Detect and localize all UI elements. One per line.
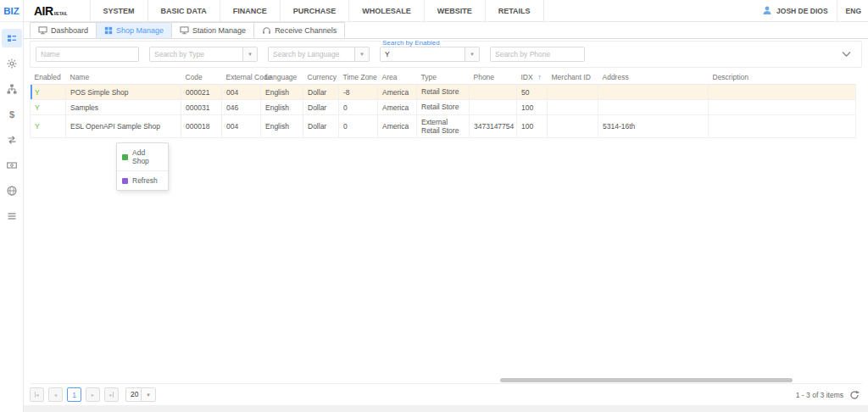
name-search-input[interactable] — [36, 47, 139, 62]
cell-type: Retail Store — [417, 85, 470, 100]
horizontal-scrollbar-thumb[interactable] — [500, 378, 793, 382]
sitemap-icon[interactable] — [2, 80, 22, 98]
dollar-icon[interactable]: $ — [2, 105, 22, 124]
cell-enabled: Y — [31, 85, 66, 100]
page-number-button[interactable]: 1 — [67, 387, 81, 402]
menu-item-label: Add Shop — [132, 148, 163, 165]
nav-item-purchase[interactable]: PURCHASE — [281, 0, 350, 22]
top-nav: SYSTEMBASIC DATAFINANCEPURCHASEWHOLESALE… — [90, 0, 544, 22]
cell-idx: 100 — [517, 115, 548, 138]
column-label: Area — [382, 73, 398, 81]
column-label: Language — [265, 73, 298, 81]
refresh-icon[interactable] — [849, 390, 860, 400]
tab-label: Station Manage — [192, 26, 246, 35]
column-label: Time Zone — [343, 73, 377, 81]
shop-table: EnabledNameCodeExternal CodeLanguageCurr… — [30, 70, 856, 138]
cell-description — [709, 100, 856, 115]
globe-icon[interactable] — [2, 181, 22, 200]
tab-receive-channels[interactable]: Receive Channels — [253, 22, 345, 38]
tab-dashboard[interactable]: Dashboard — [30, 22, 97, 38]
type-select-value: Search by Type — [150, 47, 242, 61]
next-page-button[interactable]: ▸ — [86, 387, 100, 402]
cell-address: 5314-16th — [598, 115, 709, 138]
page-size-select[interactable]: 20 ▾ — [125, 387, 156, 402]
nav-item-finance[interactable]: FINANCE — [220, 0, 281, 22]
nav-item-wholesale[interactable]: WHOLESALE — [349, 0, 425, 22]
cell-code: 000018 — [181, 115, 222, 138]
column-label: Name — [70, 73, 90, 81]
gear-icon[interactable] — [2, 54, 22, 73]
exchange-icon[interactable] — [2, 131, 22, 149]
column-header-currency[interactable]: Currency — [303, 70, 339, 85]
column-label: Merchant ID — [552, 73, 591, 81]
table-body: YPOS Simple Shop000021004EnglishDollar-8… — [31, 85, 856, 138]
table-row[interactable]: YSamples000031046EnglishDollar0AmericaRe… — [31, 100, 856, 115]
language-select[interactable]: Search by Language ▾ — [268, 47, 370, 62]
caret-down-icon[interactable]: ▾ — [354, 47, 369, 61]
caret-down-icon[interactable]: ▾ — [141, 388, 155, 401]
monitor-icon — [180, 26, 189, 35]
column-header-name[interactable]: Name — [66, 70, 181, 85]
chevron-down-icon[interactable] — [842, 52, 851, 58]
cell-code: 000021 — [181, 85, 222, 100]
context-menu-item-refresh[interactable]: Refresh — [117, 170, 168, 190]
tab-station-manage[interactable]: Station Manage — [171, 22, 254, 38]
cell-name: Samples — [66, 100, 181, 115]
user-menu[interactable]: JOSH DE DIOS — [754, 3, 836, 19]
nav-item-basic-data[interactable]: BASIC DATA — [148, 0, 220, 22]
column-label: Type — [421, 73, 437, 81]
bottom-strip — [24, 405, 868, 412]
column-header-idx[interactable]: IDX↑ — [517, 70, 548, 85]
cell-code: 000031 — [181, 100, 222, 115]
cell-address — [598, 85, 709, 100]
menu-item-swatch-icon — [122, 154, 128, 160]
enabled-select[interactable]: Y ▾ — [380, 47, 480, 62]
dashboard-icon[interactable] — [2, 29, 22, 47]
column-header-type[interactable]: Type — [417, 70, 470, 85]
column-header-address[interactable]: Address — [598, 70, 709, 85]
first-page-button[interactable]: ◂ — [30, 387, 44, 402]
column-header-area[interactable]: Area — [378, 70, 417, 85]
cell-time-zone: 0 — [339, 115, 378, 138]
cell-area: America — [378, 115, 417, 138]
column-header-description[interactable]: Description — [709, 70, 856, 85]
column-header-external-code[interactable]: External Code — [222, 70, 261, 85]
column-header-language[interactable]: Language — [261, 70, 303, 85]
column-label: Currency — [308, 73, 337, 81]
phone-search-input[interactable] — [490, 47, 585, 62]
column-header-enabled[interactable]: Enabled — [31, 70, 66, 85]
cell-description — [709, 115, 856, 138]
tab-shop-manage[interactable]: Shop Manage — [96, 22, 172, 38]
enabled-filter-label: Search by Enabled — [381, 39, 442, 47]
grid-icon — [104, 26, 113, 35]
table-row[interactable]: YESL OpenAPI Sample Shop000018004English… — [31, 115, 856, 138]
table-row[interactable]: YPOS Simple Shop000021004EnglishDollar-8… — [31, 85, 856, 100]
nav-item-website[interactable]: WEBSITE — [425, 0, 486, 22]
last-page-button[interactable]: ▸ — [104, 387, 119, 402]
prev-page-button[interactable]: ◂ — [48, 387, 63, 402]
context-menu-item-add-shop[interactable]: Add Shop — [117, 143, 168, 170]
caret-down-icon[interactable]: ▾ — [465, 47, 479, 61]
biz-logo: BIZ — [0, 0, 23, 22]
column-header-merchant-id[interactable]: Merchant ID — [548, 70, 598, 85]
menu-icon[interactable] — [2, 207, 22, 225]
column-label: Description — [713, 73, 749, 81]
nav-item-system[interactable]: SYSTEM — [90, 0, 148, 22]
caret-down-icon[interactable]: ▾ — [242, 47, 257, 61]
brand-subtext: RETAIL — [54, 12, 68, 16]
language-selector[interactable]: ENG — [837, 0, 868, 22]
sort-asc-icon: ↑ — [537, 73, 541, 81]
column-header-code[interactable]: Code — [181, 70, 222, 85]
banknote-icon[interactable] — [2, 156, 22, 175]
cell-enabled: Y — [31, 115, 66, 138]
type-select[interactable]: Search by Type ▾ — [149, 47, 258, 62]
cell-merchant-id — [548, 100, 598, 115]
tab-label: Shop Manage — [116, 26, 164, 35]
cell-external-code: 046 — [222, 100, 261, 115]
column-header-time-zone[interactable]: Time Zone — [339, 70, 378, 85]
nav-item-retails[interactable]: RETAILS — [486, 0, 544, 22]
cell-phone — [470, 100, 517, 115]
tab-bar: DashboardShop ManageStation ManageReceiv… — [24, 22, 868, 39]
shop-table-wrap: EnabledNameCodeExternal CodeLanguageCurr… — [30, 70, 862, 138]
column-header-phone[interactable]: Phone — [470, 70, 517, 85]
